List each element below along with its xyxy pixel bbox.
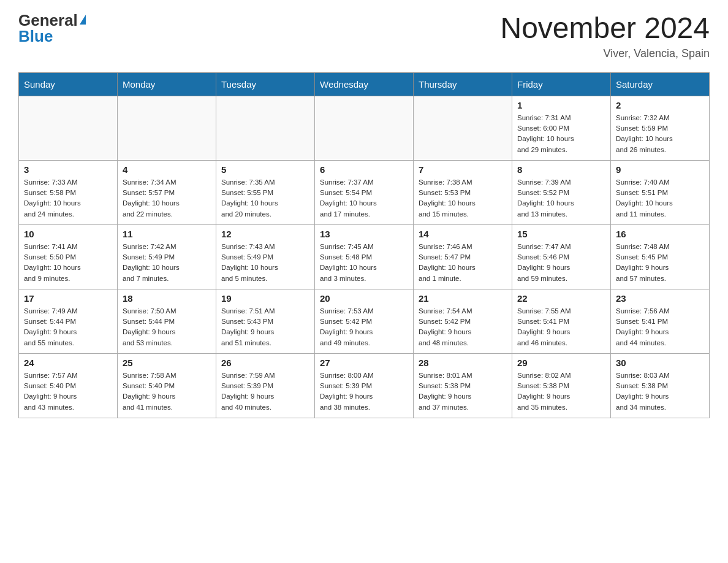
calendar-cell: [118, 96, 216, 160]
logo: General Blue: [18, 12, 86, 44]
calendar-cell: [216, 96, 315, 160]
week-row-5: 24Sunrise: 7:57 AM Sunset: 5:40 PM Dayli…: [19, 353, 710, 418]
day-info: Sunrise: 7:45 AM Sunset: 5:48 PM Dayligh…: [320, 242, 408, 284]
day-info: Sunrise: 7:47 AM Sunset: 5:46 PM Dayligh…: [517, 242, 605, 284]
day-number: 28: [419, 358, 507, 368]
calendar-cell: 29Sunrise: 8:02 AM Sunset: 5:38 PM Dayli…: [512, 353, 611, 418]
day-number: 17: [24, 293, 112, 304]
calendar-cell: 20Sunrise: 7:53 AM Sunset: 5:42 PM Dayli…: [315, 289, 414, 353]
day-number: 16: [616, 229, 704, 239]
day-info: Sunrise: 8:01 AM Sunset: 5:38 PM Dayligh…: [419, 370, 507, 413]
day-info: Sunrise: 7:35 AM Sunset: 5:55 PM Dayligh…: [221, 177, 309, 220]
day-number: 5: [221, 164, 309, 175]
day-number: 27: [320, 358, 408, 368]
day-number: 24: [24, 358, 112, 368]
logo-general-text: General: [18, 12, 78, 28]
day-number: 6: [320, 164, 408, 175]
calendar-cell: 14Sunrise: 7:46 AM Sunset: 5:47 PM Dayli…: [414, 224, 512, 289]
day-number: 18: [123, 293, 211, 304]
calendar-cell: 3Sunrise: 7:33 AM Sunset: 5:58 PM Daylig…: [19, 160, 118, 224]
page-header: General Blue November 2024 Viver, Valenc…: [18, 12, 710, 60]
calendar-table: SundayMondayTuesdayWednesdayThursdayFrid…: [18, 72, 710, 418]
day-number: 13: [320, 229, 408, 239]
day-info: Sunrise: 7:37 AM Sunset: 5:54 PM Dayligh…: [320, 177, 408, 220]
weekday-header-thursday: Thursday: [414, 72, 512, 96]
day-info: Sunrise: 7:33 AM Sunset: 5:58 PM Dayligh…: [24, 177, 112, 220]
day-info: Sunrise: 7:48 AM Sunset: 5:45 PM Dayligh…: [616, 242, 704, 284]
day-info: Sunrise: 7:57 AM Sunset: 5:40 PM Dayligh…: [24, 370, 112, 413]
day-info: Sunrise: 7:53 AM Sunset: 5:42 PM Dayligh…: [320, 306, 408, 348]
weekday-header-tuesday: Tuesday: [216, 72, 315, 96]
calendar-cell: 19Sunrise: 7:51 AM Sunset: 5:43 PM Dayli…: [216, 289, 315, 353]
day-info: Sunrise: 7:59 AM Sunset: 5:39 PM Dayligh…: [221, 370, 309, 413]
week-row-3: 10Sunrise: 7:41 AM Sunset: 5:50 PM Dayli…: [19, 224, 710, 289]
calendar-cell: 26Sunrise: 7:59 AM Sunset: 5:39 PM Dayli…: [216, 353, 315, 418]
weekday-header-friday: Friday: [512, 72, 611, 96]
day-info: Sunrise: 7:51 AM Sunset: 5:43 PM Dayligh…: [221, 306, 309, 348]
day-number: 21: [419, 293, 507, 304]
day-info: Sunrise: 7:49 AM Sunset: 5:44 PM Dayligh…: [24, 306, 112, 348]
weekday-header-saturday: Saturday: [611, 72, 710, 96]
calendar-cell: 5Sunrise: 7:35 AM Sunset: 5:55 PM Daylig…: [216, 160, 315, 224]
day-info: Sunrise: 7:55 AM Sunset: 5:41 PM Dayligh…: [517, 306, 605, 348]
weekday-header-row: SundayMondayTuesdayWednesdayThursdayFrid…: [19, 72, 710, 96]
calendar-cell: 4Sunrise: 7:34 AM Sunset: 5:57 PM Daylig…: [118, 160, 216, 224]
calendar-cell: 6Sunrise: 7:37 AM Sunset: 5:54 PM Daylig…: [315, 160, 414, 224]
day-number: 29: [517, 358, 605, 368]
weekday-header-wednesday: Wednesday: [315, 72, 414, 96]
calendar-cell: 8Sunrise: 7:39 AM Sunset: 5:52 PM Daylig…: [512, 160, 611, 224]
day-number: 25: [123, 358, 211, 368]
day-info: Sunrise: 7:38 AM Sunset: 5:53 PM Dayligh…: [419, 177, 507, 220]
day-number: 23: [616, 293, 704, 304]
day-info: Sunrise: 7:54 AM Sunset: 5:42 PM Dayligh…: [419, 306, 507, 348]
day-number: 22: [517, 293, 605, 304]
weekday-header-monday: Monday: [118, 72, 216, 96]
calendar-cell: 23Sunrise: 7:56 AM Sunset: 5:41 PM Dayli…: [611, 289, 710, 353]
day-number: 7: [419, 164, 507, 175]
day-number: 9: [616, 164, 704, 175]
calendar-cell: 17Sunrise: 7:49 AM Sunset: 5:44 PM Dayli…: [19, 289, 118, 353]
calendar-cell: 13Sunrise: 7:45 AM Sunset: 5:48 PM Dayli…: [315, 224, 414, 289]
day-info: Sunrise: 7:41 AM Sunset: 5:50 PM Dayligh…: [24, 242, 112, 284]
day-info: Sunrise: 7:50 AM Sunset: 5:44 PM Dayligh…: [123, 306, 211, 348]
calendar-cell: 2Sunrise: 7:32 AM Sunset: 5:59 PM Daylig…: [611, 96, 710, 160]
day-number: 14: [419, 229, 507, 239]
day-info: Sunrise: 7:34 AM Sunset: 5:57 PM Dayligh…: [123, 177, 211, 220]
day-number: 30: [616, 358, 704, 368]
week-row-2: 3Sunrise: 7:33 AM Sunset: 5:58 PM Daylig…: [19, 160, 710, 224]
day-info: Sunrise: 8:02 AM Sunset: 5:38 PM Dayligh…: [517, 370, 605, 413]
day-number: 2: [616, 100, 704, 110]
title-section: November 2024 Viver, Valencia, Spain: [500, 12, 710, 60]
day-number: 3: [24, 164, 112, 175]
day-info: Sunrise: 7:31 AM Sunset: 6:00 PM Dayligh…: [517, 113, 605, 155]
day-info: Sunrise: 7:56 AM Sunset: 5:41 PM Dayligh…: [616, 306, 704, 348]
calendar-cell: 1Sunrise: 7:31 AM Sunset: 6:00 PM Daylig…: [512, 96, 611, 160]
day-info: Sunrise: 7:43 AM Sunset: 5:49 PM Dayligh…: [221, 242, 309, 284]
day-number: 11: [123, 229, 211, 239]
calendar-cell: 12Sunrise: 7:43 AM Sunset: 5:49 PM Dayli…: [216, 224, 315, 289]
calendar-cell: [315, 96, 414, 160]
calendar-cell: [19, 96, 118, 160]
weekday-header-sunday: Sunday: [19, 72, 118, 96]
day-number: 1: [517, 100, 605, 110]
day-number: 19: [221, 293, 309, 304]
calendar-cell: 10Sunrise: 7:41 AM Sunset: 5:50 PM Dayli…: [19, 224, 118, 289]
calendar-cell: 15Sunrise: 7:47 AM Sunset: 5:46 PM Dayli…: [512, 224, 611, 289]
calendar-cell: 18Sunrise: 7:50 AM Sunset: 5:44 PM Dayli…: [118, 289, 216, 353]
day-number: 26: [221, 358, 309, 368]
month-title: November 2024: [500, 12, 710, 45]
logo-triangle-icon: [80, 15, 86, 25]
location-text: Viver, Valencia, Spain: [500, 47, 710, 60]
day-info: Sunrise: 7:39 AM Sunset: 5:52 PM Dayligh…: [517, 177, 605, 220]
calendar-cell: 11Sunrise: 7:42 AM Sunset: 5:49 PM Dayli…: [118, 224, 216, 289]
calendar-cell: 30Sunrise: 8:03 AM Sunset: 5:38 PM Dayli…: [611, 353, 710, 418]
calendar-cell: 22Sunrise: 7:55 AM Sunset: 5:41 PM Dayli…: [512, 289, 611, 353]
day-number: 8: [517, 164, 605, 175]
day-info: Sunrise: 7:40 AM Sunset: 5:51 PM Dayligh…: [616, 177, 704, 220]
calendar-cell: 24Sunrise: 7:57 AM Sunset: 5:40 PM Dayli…: [19, 353, 118, 418]
calendar-cell: 9Sunrise: 7:40 AM Sunset: 5:51 PM Daylig…: [611, 160, 710, 224]
calendar-cell: [414, 96, 512, 160]
week-row-4: 17Sunrise: 7:49 AM Sunset: 5:44 PM Dayli…: [19, 289, 710, 353]
day-number: 10: [24, 229, 112, 239]
calendar-cell: 21Sunrise: 7:54 AM Sunset: 5:42 PM Dayli…: [414, 289, 512, 353]
